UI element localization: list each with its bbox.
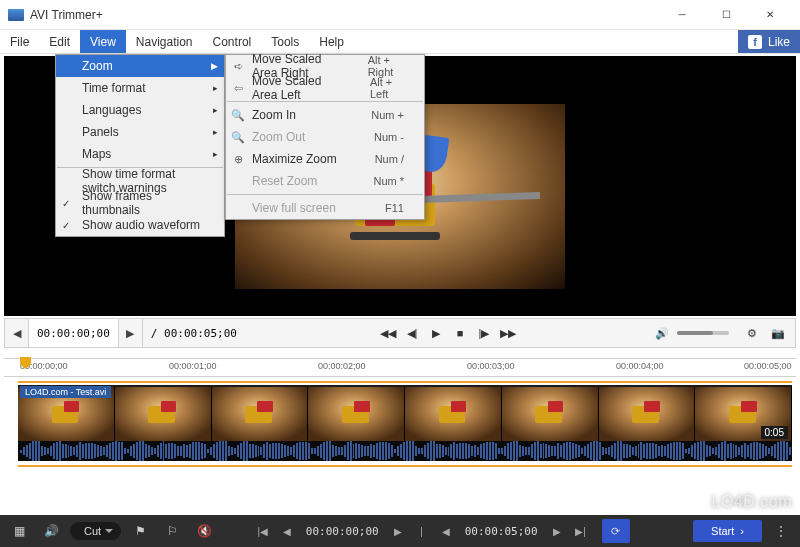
range-end-time[interactable]: 00:00:05;00 [461,525,542,538]
menuitem-label: Zoom [82,59,113,73]
close-button[interactable]: ✕ [748,0,792,30]
menu-help[interactable]: Help [309,30,354,53]
menuitem-label: Time format [82,81,146,95]
shortcut-label: Alt + Left [346,76,404,100]
check-icon: ✓ [62,220,70,231]
volume-icon[interactable]: 🔊 [651,323,673,343]
clip-duration-badge: 0:05 [761,426,788,439]
menuitem-languages[interactable]: Languages▸ [56,99,224,121]
menu-view[interactable]: View [80,30,126,53]
check-icon: ✓ [62,198,70,209]
range-start-step-back[interactable]: ◀ [278,521,296,541]
ruler-tick: 00:00:05;00 [744,361,792,371]
menuitem-zoom-in[interactable]: 🔍 Zoom In Num + [226,104,424,126]
zoom-out-icon: 🔍 [230,131,246,144]
timeline-line [18,381,792,383]
mark-in-button[interactable]: ⚑ [127,519,153,543]
menuitem-fullscreen[interactable]: View full screen F11 [226,197,424,219]
video-track[interactable]: LO4D.com - Test.avi 0:05 [18,385,792,461]
window-title: AVI Trimmer+ [30,8,660,22]
menuitem-time-format[interactable]: Time format▸ [56,77,224,99]
start-button[interactable]: Start › [693,520,762,542]
range-start-prev[interactable]: |◀ [254,521,272,541]
timeline-ruler[interactable]: 00:00:00;00 00:00:01;00 00:00:02;00 00:0… [4,358,796,376]
playback-bar: ◀ 00:00:00;00 ▶ / 00:00:05;00 ◀◀ ◀| ▶ ■ … [4,318,796,348]
shortcut-label: Num * [349,175,404,187]
ruler-tick: 00:00:01;00 [169,361,217,371]
submenu-arrow-icon: ▸ [213,83,218,93]
stop-button[interactable]: ■ [449,323,471,343]
prev-segment-button[interactable]: ◀ [5,319,29,347]
menuitem-label: Languages [82,103,141,117]
shortcut-label: Num / [351,153,404,165]
zoom-in-icon: 🔍 [230,109,246,122]
volume-slider[interactable] [677,331,729,335]
frame-thumbnail [599,387,696,441]
menuitem-panels[interactable]: Panels▸ [56,121,224,143]
shortcut-label: Num + [347,109,404,121]
watermark: LO4D.com [712,493,792,511]
mute-button[interactable]: 🔇 [191,519,217,543]
menuitem-show-thumbnails[interactable]: ✓ Show frames thumbnails [56,192,224,214]
titlebar: AVI Trimmer+ ─ ☐ ✕ [0,0,800,30]
menuitem-label: View full screen [252,201,336,215]
menu-edit[interactable]: Edit [39,30,80,53]
loop-button[interactable]: ⟳ [602,519,630,543]
current-time-display[interactable]: 00:00:00;00 [29,319,119,347]
submenu-arrow-icon: ▸ [213,105,218,115]
frame-thumbnail [115,387,212,441]
range-start-step-fwd[interactable]: ▶ [389,521,407,541]
shortcut-label: Alt + Right [344,54,404,78]
menuitem-maximize-zoom[interactable]: ⊕ Maximize Zoom Num / [226,148,424,170]
menu-file[interactable]: File [0,30,39,53]
frame-thumbnail [212,387,309,441]
more-button[interactable]: ⋮ [768,519,794,543]
menu-tools[interactable]: Tools [261,30,309,53]
app-icon [8,9,24,21]
step-forward-button[interactable]: |▶ [473,323,495,343]
mark-out-button[interactable]: ⚐ [159,519,185,543]
menuitem-label: Maps [82,147,111,161]
go-end-button[interactable]: ▶▶ [497,323,519,343]
menu-control[interactable]: Control [203,30,262,53]
maximize-button[interactable]: ☐ [704,0,748,30]
range-sep: | [413,521,431,541]
range-start-time[interactable]: 00:00:00;00 [302,525,383,538]
ruler-tick: 00:00:02;00 [318,361,366,371]
menuitem-reset-zoom[interactable]: Reset Zoom Num * [226,170,424,192]
timeline-area: LO4D.com - Test.avi 0:05 [4,376,796,486]
menuitem-maps[interactable]: Maps▸ [56,143,224,165]
go-start-button[interactable]: ◀◀ [377,323,399,343]
menuitem-label: Zoom Out [252,130,305,144]
audio-waveform [18,441,792,461]
minimize-button[interactable]: ─ [660,0,704,30]
menuitem-show-waveform[interactable]: ✓ Show audio waveform [56,214,224,236]
next-segment-button[interactable]: ▶ [119,319,143,347]
move-right-icon: ➪ [230,60,246,73]
transport-controls: ◀◀ ◀| ▶ ■ |▶ ▶▶ [245,323,651,343]
frame-thumbnail [405,387,502,441]
strip-view-button[interactable]: ▦ [6,519,32,543]
submenu-arrow-icon: ▸ [213,149,218,159]
menuitem-move-left[interactable]: ⇦ Move Scaled Area Left Alt + Left [226,77,424,99]
menubar: File Edit View Navigation Control Tools … [0,30,800,54]
menuitem-zoom[interactable]: Zoom▶ [56,55,224,77]
menuitem-zoom-out[interactable]: 🔍 Zoom Out Num - [226,126,424,148]
shortcut-label: Num - [350,131,404,143]
range-end-next[interactable]: ▶| [572,521,590,541]
snapshot-button[interactable]: 📷 [767,323,789,343]
cut-mode-dropdown[interactable]: Cut [70,522,121,540]
audio-toggle-button[interactable]: 🔊 [38,519,64,543]
bottom-toolbar: ▦ 🔊 Cut ⚑ ⚐ 🔇 |◀ ◀ 00:00:00;00 ▶ | ◀ 00:… [0,515,800,547]
range-end-step-back[interactable]: ◀ [437,521,455,541]
step-back-button[interactable]: ◀| [401,323,423,343]
menuitem-label: Panels [82,125,119,139]
menu-navigation[interactable]: Navigation [126,30,203,53]
move-left-icon: ⇦ [230,82,246,95]
range-end-step-fwd[interactable]: ▶ [548,521,566,541]
settings-button[interactable]: ⚙ [741,323,763,343]
facebook-like-button[interactable]: f Like [738,30,800,53]
chevron-right-icon: › [740,525,744,537]
play-button[interactable]: ▶ [425,323,447,343]
clip-name-label: LO4D.com - Test.avi [20,386,111,398]
